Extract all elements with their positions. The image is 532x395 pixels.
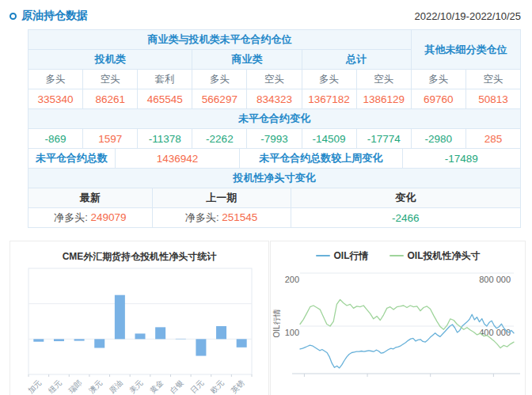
col-header: 套利: [138, 70, 192, 89]
banner-main: 商业类与投机类未平仓合约仓位: [28, 30, 412, 50]
svg-text:日元: 日元: [188, 378, 206, 395]
svg-text:加元: 加元: [26, 378, 44, 395]
svg-text:100: 100: [285, 328, 299, 337]
oil-line-chart-panel: OIL行情 OIL投机性净头寸 200100800 000400 000OIL行…: [270, 241, 526, 395]
net-latest-cell: 净多头: 249079: [28, 208, 153, 228]
svg-text:800 000: 800 000: [479, 275, 511, 284]
col-header: 空头: [466, 70, 520, 89]
legend-item-oil-net-position[interactable]: OIL投机性净头寸: [390, 249, 481, 263]
total-value: 1436942: [116, 149, 240, 169]
net-previous-label: 净多头:: [185, 211, 219, 223]
legend-line-icon: [390, 255, 404, 256]
position-value: 335340: [28, 89, 83, 109]
change-value: -7993: [247, 129, 302, 149]
total-change-label: 未平仓合约总数较上周变化: [239, 149, 402, 169]
svg-text:200: 200: [285, 275, 299, 284]
net-header-latest: 最新: [28, 188, 153, 208]
svg-text:美元: 美元: [127, 378, 145, 395]
change-banner: 未平仓合约变化: [28, 109, 521, 129]
net-banner: 投机性净头寸变化: [28, 169, 521, 188]
group-header-total: 总计: [302, 50, 411, 70]
col-header: 空头: [356, 70, 411, 89]
total-change-value: -17489: [402, 149, 520, 169]
position-value: 1367182: [302, 89, 356, 109]
net-position-table: 投机性净头寸变化 最新 上一期 变化 净多头: 249079 净多头: 2515…: [28, 168, 521, 228]
net-header-change: 变化: [291, 188, 520, 208]
net-latest-label: 净多头:: [54, 211, 88, 223]
charts-row: CME外汇期货持仓投机性净头寸统计 加元纽元瑞郎澳元原油美元黄金白银日元欧元英镑…: [10, 241, 526, 395]
col-header: 多头: [192, 70, 247, 89]
net-previous-cell: 净多头: 251545: [152, 208, 291, 228]
position-value: 465545: [138, 89, 192, 109]
svg-text:瑞郎: 瑞郎: [66, 378, 84, 395]
positions-table: 商业类与投机类未平仓合约仓位 其他未细分类仓位 投机类 商业类 总计 多头 空头…: [28, 29, 521, 149]
svg-text:纽元: 纽元: [47, 378, 64, 395]
positions-table-wrap: 商业类与投机类未平仓合约仓位 其他未细分类仓位 投机类 商业类 总计 多头 空头…: [28, 29, 521, 228]
title-wrap: 原油持仓数据: [10, 9, 88, 23]
change-value: -14509: [302, 129, 356, 149]
col-header: 多头: [28, 70, 83, 89]
svg-text:原油: 原油: [108, 378, 124, 395]
group-header-speculative: 投机类: [28, 50, 192, 70]
date-range: 2022/10/19-2022/10/25: [415, 10, 521, 22]
group-header-commercial: 商业类: [192, 50, 302, 70]
legend-label: OIL投机性净头寸: [408, 249, 481, 263]
legend-item-oil-price[interactable]: OIL行情: [316, 249, 369, 263]
position-value: 50813: [466, 89, 520, 109]
svg-text:澳元: 澳元: [87, 378, 104, 395]
page-title: 原油持仓数据: [21, 9, 88, 23]
oil-line-chart-svg: 200100800 000400 000OIL行情: [271, 264, 525, 395]
position-value: 566297: [192, 89, 247, 109]
position-value: 834323: [247, 89, 302, 109]
col-header: 空头: [247, 70, 302, 89]
col-header: 多头: [411, 70, 466, 89]
svg-text:OIL行情: OIL行情: [272, 309, 281, 337]
net-latest-value: 249079: [90, 211, 126, 223]
change-value: -2980: [411, 129, 466, 149]
net-change-value: -2466: [291, 208, 520, 228]
position-value: 86261: [83, 89, 138, 109]
svg-text:欧元: 欧元: [209, 378, 226, 395]
line-chart-legend: OIL行情 OIL投机性净头寸: [271, 241, 525, 264]
page-header: 原油持仓数据 2022/10/19-2022/10/25: [0, 0, 532, 29]
totals-table: 未平仓合约总数 1436942 未平仓合约总数较上周变化 -17489: [28, 148, 521, 169]
legend-line-icon: [316, 255, 330, 256]
svg-text:英镑: 英镑: [229, 378, 246, 395]
bar-chart-title: CME外汇期货持仓投机性净头寸统计: [10, 241, 268, 265]
legend-label: OIL行情: [334, 249, 369, 263]
change-value: -2262: [192, 129, 247, 149]
change-value: 285: [466, 129, 520, 149]
net-previous-value: 251545: [222, 211, 257, 223]
net-header-previous: 上一期: [152, 188, 291, 208]
position-value: 69760: [411, 89, 466, 109]
col-header: 空头: [83, 70, 138, 89]
svg-text:白银: 白银: [168, 378, 185, 395]
circle-bullet-icon: [10, 13, 17, 20]
change-value: -869: [28, 129, 83, 149]
change-value: 1597: [83, 129, 138, 149]
total-label: 未平仓合约总数: [28, 149, 116, 169]
position-value: 1386129: [356, 89, 411, 109]
banner-side: 其他未细分类仓位: [411, 30, 520, 70]
fx-net-position-bar-chart-panel: CME外汇期货持仓投机性净头寸统计 加元纽元瑞郎澳元原油美元黄金白银日元欧元英镑: [10, 241, 269, 395]
col-header: 多头: [302, 70, 356, 89]
svg-text:黄金: 黄金: [148, 378, 165, 395]
change-value: -17774: [356, 129, 411, 149]
change-value: -11378: [138, 129, 192, 149]
fx-bar-chart-svg: 加元纽元瑞郎澳元原油美元黄金白银日元欧元英镑: [10, 265, 268, 395]
